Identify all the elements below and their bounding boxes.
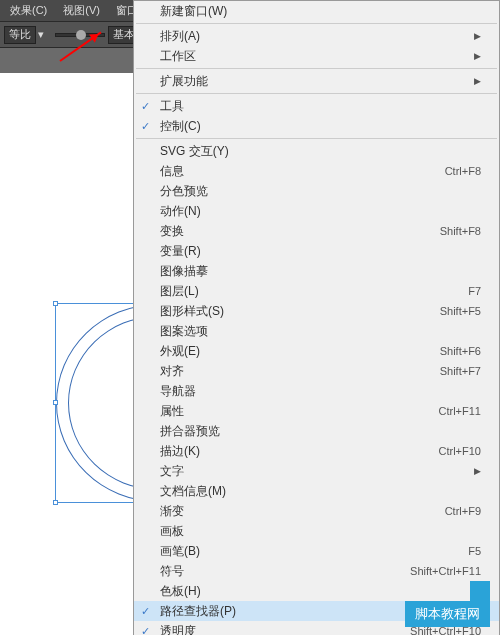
- submenu-arrow-icon: ▶: [474, 31, 481, 41]
- menu-item-doc-info[interactable]: 文档信息(M): [134, 481, 499, 501]
- menu-item-arrange[interactable]: 排列(A)▶: [134, 26, 499, 46]
- slider-knob[interactable]: [76, 30, 86, 40]
- menu-item-symbols[interactable]: 符号Shift+Ctrl+F11: [134, 561, 499, 581]
- menu-item-extensions[interactable]: 扩展功能▶: [134, 71, 499, 91]
- menu-item-stroke[interactable]: 描边(K)Ctrl+F10: [134, 441, 499, 461]
- menu-item-gradient[interactable]: 渐变Ctrl+F9: [134, 501, 499, 521]
- menu-item-new-window[interactable]: 新建窗口(W): [134, 1, 499, 21]
- menu-item-tools[interactable]: ✓工具: [134, 96, 499, 116]
- submenu-arrow-icon: ▶: [474, 51, 481, 61]
- separator: [136, 68, 497, 69]
- menu-item-actions[interactable]: 动作(N): [134, 201, 499, 221]
- menu-item-variables[interactable]: 变量(R): [134, 241, 499, 261]
- menu-item-appearance[interactable]: 外观(E)Shift+F6: [134, 341, 499, 361]
- check-icon: ✓: [141, 120, 150, 133]
- menu-item-separations[interactable]: 分色预览: [134, 181, 499, 201]
- menu-item-graphic-styles[interactable]: 图形样式(S)Shift+F5: [134, 301, 499, 321]
- site-badge: 脚本教程网: [405, 601, 490, 627]
- ratio-control[interactable]: 等比 ▾: [4, 26, 46, 44]
- menu-item-info[interactable]: 信息Ctrl+F8: [134, 161, 499, 181]
- menu-item-navigator[interactable]: 导航器: [134, 381, 499, 401]
- menu-item-control[interactable]: ✓控制(C): [134, 116, 499, 136]
- menu-item-svg[interactable]: SVG 交互(Y): [134, 141, 499, 161]
- menu-item-transform[interactable]: 变换Shift+F8: [134, 221, 499, 241]
- menu-item-image-trace[interactable]: 图像描摹: [134, 261, 499, 281]
- handle[interactable]: [53, 301, 58, 306]
- menu-item-artboards[interactable]: 画板: [134, 521, 499, 541]
- menu-item-attributes[interactable]: 属性Ctrl+F11: [134, 401, 499, 421]
- menu-item-workspace[interactable]: 工作区▶: [134, 46, 499, 66]
- separator: [136, 23, 497, 24]
- menu-item-swatches[interactable]: 色板(H): [134, 581, 499, 601]
- chevron-down-icon[interactable]: ▾: [36, 27, 46, 43]
- submenu-arrow-icon: ▶: [474, 76, 481, 86]
- handle[interactable]: [53, 400, 58, 405]
- window-menu-dropdown: 新建窗口(W) 排列(A)▶ 工作区▶ 扩展功能▶ ✓工具 ✓控制(C) SVG…: [133, 0, 500, 635]
- menu-item-align[interactable]: 对齐Shift+F7: [134, 361, 499, 381]
- menu-item-pattern-options[interactable]: 图案选项: [134, 321, 499, 341]
- menu-effects[interactable]: 效果(C): [2, 0, 55, 21]
- check-icon: ✓: [141, 605, 150, 618]
- submenu-arrow-icon: ▶: [474, 466, 481, 476]
- handle[interactable]: [53, 500, 58, 505]
- menu-item-type[interactable]: 文字▶: [134, 461, 499, 481]
- menu-item-layers[interactable]: 图层(L)F7: [134, 281, 499, 301]
- menu-item-brushes[interactable]: 画笔(B)F5: [134, 541, 499, 561]
- check-icon: ✓: [141, 625, 150, 635]
- menu-view[interactable]: 视图(V): [55, 0, 108, 21]
- check-icon: ✓: [141, 100, 150, 113]
- separator: [136, 93, 497, 94]
- separator: [136, 138, 497, 139]
- menu-item-flattener[interactable]: 拼合器预览: [134, 421, 499, 441]
